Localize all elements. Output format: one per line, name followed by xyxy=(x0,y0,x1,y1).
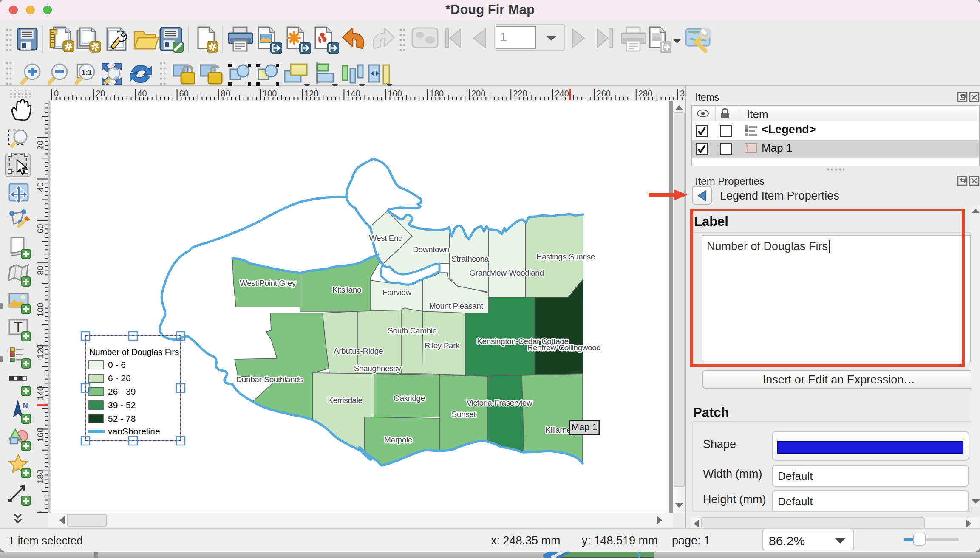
svg-text:Victoria-Fraserview: Victoria-Fraserview xyxy=(467,398,532,407)
svg-text:200: 200 xyxy=(36,511,45,513)
svg-text:40: 40 xyxy=(36,182,45,192)
svg-text:200: 200 xyxy=(471,89,485,98)
svg-text:60: 60 xyxy=(179,89,189,98)
svg-text:Downtown: Downtown xyxy=(413,245,449,254)
svg-text:N: N xyxy=(23,402,28,409)
svg-text:100: 100 xyxy=(263,89,277,98)
svg-text:80: 80 xyxy=(221,89,230,98)
svg-text:140: 140 xyxy=(346,89,360,98)
svg-text:20: 20 xyxy=(96,89,105,98)
svg-text:Kitsilano: Kitsilano xyxy=(332,285,361,294)
svg-text:Number of Douglas Firs: Number of Douglas Firs xyxy=(89,347,179,357)
svg-text:Marpole: Marpole xyxy=(384,435,412,444)
svg-text:26 - 39: 26 - 39 xyxy=(108,386,136,396)
svg-text:180: 180 xyxy=(430,89,444,98)
svg-text:Fairview: Fairview xyxy=(382,288,411,297)
svg-text:South Cambie: South Cambie xyxy=(388,326,437,335)
svg-text:Riley Park: Riley Park xyxy=(425,341,460,350)
svg-text:West End: West End xyxy=(369,234,403,242)
svg-text:52 - 78: 52 - 78 xyxy=(108,414,136,423)
svg-text:39 - 52: 39 - 52 xyxy=(108,400,136,410)
svg-text:Oakridge: Oakridge xyxy=(394,394,425,403)
svg-text:6 - 26: 6 - 26 xyxy=(108,373,131,383)
svg-text:160: 160 xyxy=(388,89,402,98)
svg-text:20: 20 xyxy=(36,141,45,150)
svg-text:Grandview-Woodland: Grandview-Woodland xyxy=(469,268,544,277)
svg-text:80: 80 xyxy=(36,266,45,275)
svg-text:120: 120 xyxy=(36,344,45,358)
svg-text:280: 280 xyxy=(638,89,652,98)
svg-text:180: 180 xyxy=(36,469,45,483)
svg-text:240: 240 xyxy=(555,89,569,98)
svg-text:160: 160 xyxy=(36,428,45,442)
svg-text:Hastings-Sunrise: Hastings-Sunrise xyxy=(536,252,595,261)
svg-text:260: 260 xyxy=(597,89,611,98)
svg-text:Kerrisdale: Kerrisdale xyxy=(328,396,363,405)
svg-text:Renfrew-Collingwood: Renfrew-Collingwood xyxy=(527,343,601,352)
svg-text:Arbutus-Ridge: Arbutus-Ridge xyxy=(334,347,383,355)
svg-text:120: 120 xyxy=(304,89,318,98)
svg-text:100: 100 xyxy=(36,303,45,317)
svg-text:Map 1: Map 1 xyxy=(571,422,597,432)
svg-text:220: 220 xyxy=(513,89,527,98)
svg-text:0 - 6: 0 - 6 xyxy=(108,360,126,369)
svg-text:Dunbar-Southlands: Dunbar-Southlands xyxy=(236,375,303,384)
svg-text:0: 0 xyxy=(54,89,59,98)
svg-text:1:1: 1:1 xyxy=(82,68,92,76)
svg-text:60: 60 xyxy=(36,224,45,233)
svg-text:West Point Grey: West Point Grey xyxy=(240,279,296,287)
svg-text:vanShoreline: vanShoreline xyxy=(108,426,160,436)
svg-text:140: 140 xyxy=(36,386,45,400)
svg-text:Shaughnessy: Shaughnessy xyxy=(354,364,402,373)
svg-text:Mount Pleasant: Mount Pleasant xyxy=(429,302,484,310)
svg-text:Strathcona: Strathcona xyxy=(451,254,489,263)
svg-text:40: 40 xyxy=(137,89,147,98)
svg-text:300: 300 xyxy=(680,89,685,98)
svg-text:Sunset: Sunset xyxy=(452,410,476,419)
